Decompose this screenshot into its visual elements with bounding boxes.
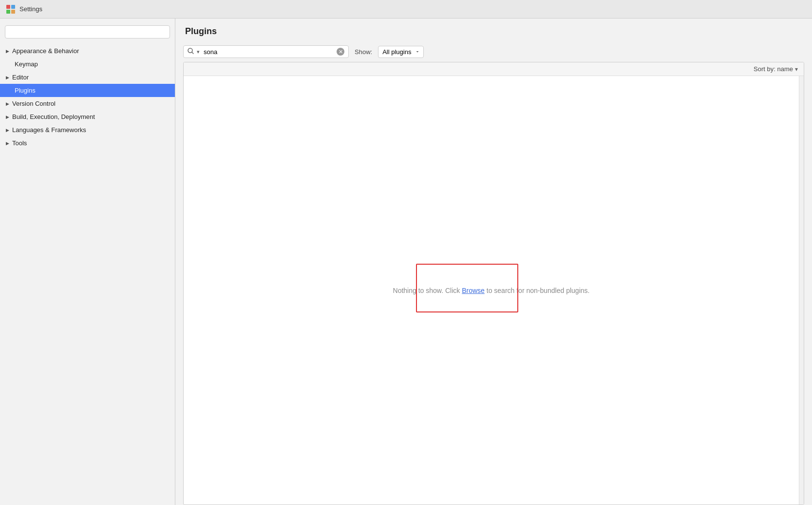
version-control-label: Version Control bbox=[12, 100, 169, 107]
search-clear-button[interactable]: ✕ bbox=[337, 48, 344, 56]
svg-rect-1 bbox=[11, 5, 15, 9]
scrollbar[interactable] bbox=[799, 76, 804, 505]
svg-rect-2 bbox=[6, 10, 10, 14]
keymap-label: Keymap bbox=[15, 60, 169, 68]
sidebar-item-tools[interactable]: ▶Tools bbox=[0, 136, 175, 150]
content-area: Plugins ▾ ✕ Show: All pluginsInst bbox=[175, 19, 812, 505]
title-bar: Settings bbox=[0, 0, 812, 19]
languages-frameworks-label: Languages & Frameworks bbox=[12, 126, 169, 134]
search-filter-icon: ▾ bbox=[197, 49, 200, 55]
editor-arrow-icon: ▶ bbox=[6, 75, 9, 80]
search-icon bbox=[188, 48, 194, 56]
editor-label: Editor bbox=[12, 74, 169, 81]
build-execution-deployment-label: Build, Execution, Deployment bbox=[12, 113, 169, 120]
empty-state-message: Nothing to show. Click Browse to search … bbox=[393, 287, 590, 294]
plugins-toolbar: ▾ ✕ Show: All pluginsInstalledDisabledBu… bbox=[175, 41, 812, 62]
sidebar-item-plugins[interactable]: Plugins bbox=[0, 84, 175, 97]
sidebar-item-build-execution-deployment[interactable]: ▶Build, Execution, Deployment bbox=[0, 110, 175, 123]
languages-frameworks-arrow-icon: ▶ bbox=[6, 128, 9, 133]
plugin-search-input[interactable] bbox=[204, 48, 334, 56]
build-execution-deployment-arrow-icon: ▶ bbox=[6, 115, 9, 119]
page-title: Plugins bbox=[185, 26, 217, 36]
window-title: Settings bbox=[19, 5, 42, 13]
plugins-list: Nothing to show. Click Browse to search … bbox=[184, 76, 799, 505]
svg-rect-0 bbox=[6, 5, 10, 9]
sidebar-search-input[interactable] bbox=[5, 25, 170, 39]
appearance-behavior-arrow-icon: ▶ bbox=[6, 49, 9, 54]
sidebar-item-languages-frameworks[interactable]: ▶Languages & Frameworks bbox=[0, 123, 175, 136]
sidebar-search-wrapper[interactable] bbox=[5, 25, 170, 39]
sidebar: ▶Appearance & BehaviorKeymap▶EditorPlugi… bbox=[0, 19, 175, 505]
sidebar-nav: ▶Appearance & BehaviorKeymap▶EditorPlugi… bbox=[0, 44, 175, 150]
sidebar-item-version-control[interactable]: ▶Version Control bbox=[0, 97, 175, 110]
show-select[interactable]: All pluginsInstalledDisabledBundled bbox=[378, 46, 424, 58]
settings-window: Settings ▶Appearance & BehaviorKeymap▶Ed… bbox=[0, 0, 812, 505]
main-layout: ▶Appearance & BehaviorKeymap▶EditorPlugi… bbox=[0, 19, 812, 505]
plugins-panel: Sort by: name ▾ Nothing to show. Click B… bbox=[183, 62, 804, 505]
content-header: Plugins bbox=[175, 19, 812, 41]
appearance-behavior-label: Appearance & Behavior bbox=[12, 47, 169, 55]
sort-by-label: Sort by: name bbox=[754, 65, 793, 73]
sidebar-item-keymap[interactable]: Keymap bbox=[0, 58, 175, 71]
sidebar-item-appearance-behavior[interactable]: ▶Appearance & Behavior bbox=[0, 44, 175, 58]
svg-line-5 bbox=[192, 52, 194, 54]
plugins-label: Plugins bbox=[15, 87, 169, 94]
plugins-list-inner: Nothing to show. Click Browse to search … bbox=[184, 76, 804, 505]
plugin-search-wrapper[interactable]: ▾ ✕ bbox=[183, 45, 349, 58]
empty-message-suffix: to search for non-bundled plugins. bbox=[485, 287, 590, 294]
sort-bar: Sort by: name ▾ bbox=[184, 62, 804, 76]
tools-arrow-icon: ▶ bbox=[6, 141, 9, 146]
sort-by-arrow-icon: ▾ bbox=[795, 66, 798, 73]
empty-message-prefix: Nothing to show. Click bbox=[393, 287, 462, 294]
show-label: Show: bbox=[355, 48, 372, 56]
version-control-arrow-icon: ▶ bbox=[6, 101, 9, 106]
tools-label: Tools bbox=[12, 139, 169, 147]
browse-link[interactable]: Browse bbox=[462, 287, 485, 294]
sort-by-button[interactable]: Sort by: name ▾ bbox=[754, 65, 798, 73]
sidebar-item-editor[interactable]: ▶Editor bbox=[0, 71, 175, 84]
app-icon bbox=[6, 4, 16, 14]
svg-rect-3 bbox=[11, 10, 15, 14]
